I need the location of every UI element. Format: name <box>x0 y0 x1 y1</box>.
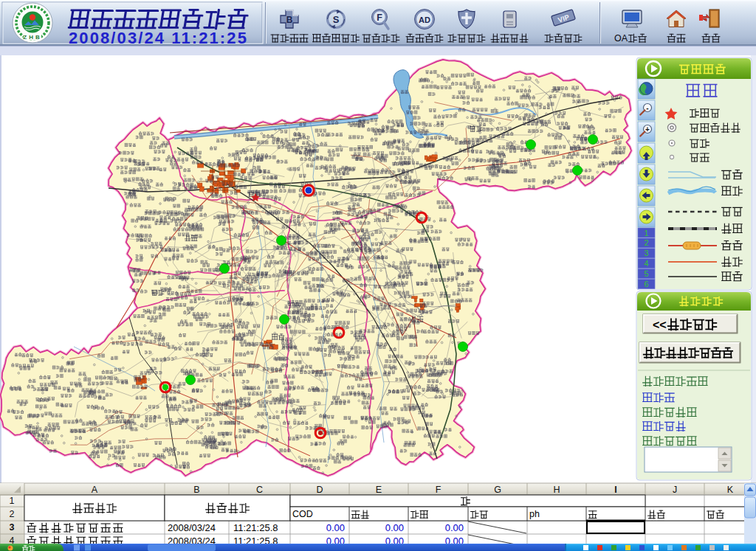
svg-text:5: 5 <box>644 269 648 278</box>
svg-text:COD: COD <box>292 509 313 519</box>
svg-text:F: F <box>436 485 441 495</box>
svg-text:+: + <box>645 125 650 134</box>
svg-text:F: F <box>377 13 382 23</box>
svg-text:<<: << <box>653 319 667 331</box>
svg-text:B: B <box>193 485 199 495</box>
svg-text:4: 4 <box>644 259 648 268</box>
svg-text:3: 3 <box>644 249 648 257</box>
svg-text:A: A <box>92 485 98 495</box>
svg-text:E: E <box>376 485 382 495</box>
svg-text:ZHB: ZHB <box>23 34 41 41</box>
svg-text:D: D <box>316 485 323 495</box>
svg-text:11:21:25.8: 11:21:25.8 <box>233 522 278 533</box>
svg-text:AD: AD <box>419 15 430 24</box>
svg-text:K: K <box>727 485 734 495</box>
svg-text:6: 6 <box>644 280 648 288</box>
svg-text:-: - <box>646 104 648 112</box>
svg-text:3: 3 <box>10 522 15 533</box>
svg-text:2: 2 <box>644 238 648 247</box>
svg-text:G: G <box>494 485 501 495</box>
svg-text:0.00: 0.00 <box>385 522 404 533</box>
svg-text:1: 1 <box>644 229 648 238</box>
svg-text:B: B <box>286 15 293 25</box>
svg-text:H: H <box>553 485 560 495</box>
svg-text:J: J <box>673 485 677 495</box>
svg-text:2008/03/24 11:21:25: 2008/03/24 11:21:25 <box>69 29 248 47</box>
svg-text:ph: ph <box>529 509 540 519</box>
svg-text:C: C <box>256 485 263 495</box>
svg-text:OA: OA <box>614 33 628 44</box>
svg-text:2008/03/24: 2008/03/24 <box>168 522 216 533</box>
svg-text:1: 1 <box>10 496 15 506</box>
svg-text:S: S <box>333 14 340 25</box>
svg-text:0.00: 0.00 <box>445 522 464 533</box>
svg-text:I: I <box>614 485 616 495</box>
svg-text:0.00: 0.00 <box>326 522 345 533</box>
svg-text:2: 2 <box>10 509 15 519</box>
